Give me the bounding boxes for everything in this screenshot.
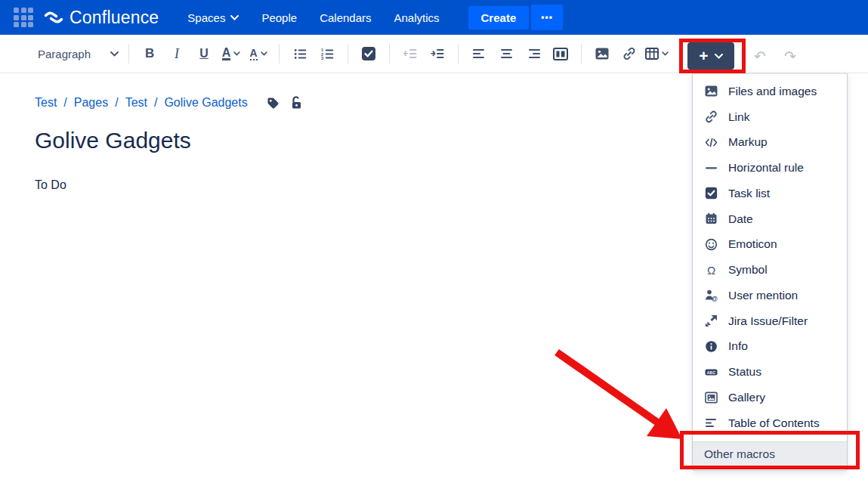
undo-icon: ↶ [754,48,766,65]
breadcrumb-link[interactable]: Golive Gadgets [164,96,247,110]
italic-button[interactable]: I [163,41,190,67]
emoticon-icon [705,238,718,251]
bold-button[interactable]: B [136,41,163,67]
menu-item-symbol[interactable]: Ω Symbol [693,257,847,283]
markup-icon [705,136,718,149]
menu-item-horizontal-rule[interactable]: Horizontal rule [693,155,847,181]
plus-icon: + [699,48,708,63]
numbered-list-button[interactable]: 123 [314,41,341,67]
confluence-editor-page: Confluence Spaces People Calendars Analy… [0,0,868,486]
paragraph-style-dropdown[interactable]: Paragraph [35,43,122,65]
align-left-icon [473,48,486,60]
redo-icon: ↷ [784,48,796,65]
menu-item-status[interactable]: ABC Status [693,359,847,385]
toolbar-divider [389,44,390,63]
nav-item-analytics[interactable]: Analytics [385,5,449,30]
chevron-down-icon [230,15,239,20]
table-icon [645,48,659,60]
page-layout-button[interactable] [547,41,574,67]
insert-image-button[interactable] [588,41,616,67]
svg-text:Ω: Ω [707,264,715,277]
menu-item-task-list[interactable]: Task list [693,181,847,206]
task-checkbox-icon [705,187,718,200]
chevron-down-icon [662,51,669,56]
logo-text: Confluence [70,8,159,28]
status-abc-icon: ABC [705,366,718,379]
chevron-down-icon [233,51,240,56]
menu-item-info[interactable]: Info [693,334,847,360]
info-icon [705,340,718,353]
top-nav: Spaces People Calendars Analytics [178,5,448,30]
align-right-icon [527,48,540,60]
nav-item-calendars[interactable]: Calendars [310,5,380,30]
outdent-button[interactable] [397,41,424,67]
insert-more-content-button[interactable]: + [687,42,734,70]
bullet-list-button[interactable] [286,41,314,67]
nav-item-people[interactable]: People [252,5,306,30]
menu-item-table-of-contents[interactable]: Table of Contents [693,410,847,436]
task-list-button[interactable] [355,41,382,67]
insert-table-button[interactable] [643,41,670,67]
nav-item-spaces[interactable]: Spaces [178,5,248,30]
svg-text:ABC: ABC [707,370,716,374]
toolbar-divider [581,44,582,63]
breadcrumb-link[interactable]: Test [35,96,57,110]
symbol-icon: Ω [705,264,718,277]
app-switcher-icon[interactable] [14,8,33,27]
task-checkbox-icon [361,46,376,61]
menu-item-other-macros[interactable]: Other macros [693,441,847,466]
chevron-down-icon [715,54,723,59]
svg-text:@: @ [712,295,718,302]
more-formatting-button[interactable]: A [245,41,272,67]
align-center-button[interactable] [493,41,520,67]
user-mention-icon: @ [705,289,718,302]
link-icon [622,47,636,60]
page-layout-icon [553,48,568,60]
image-icon [595,48,609,60]
jira-icon [705,314,718,327]
menu-item-date[interactable]: Date [693,206,847,232]
chevron-down-icon [110,51,119,57]
more-menu-button[interactable]: ••• [531,5,563,30]
chevron-down-icon [261,51,267,56]
svg-text:3: 3 [321,56,323,60]
bullet-list-icon [294,48,307,60]
confluence-logo[interactable]: Confluence [44,8,159,28]
indent-icon [431,48,444,60]
indent-button[interactable] [424,41,451,67]
menu-item-user-mention[interactable]: @ Jira Issue/Filter User mention [693,283,847,308]
redo-button[interactable]: ↷ [777,43,804,69]
horizontal-rule-icon [705,162,718,175]
link-icon [705,110,718,123]
toolbar-divider [348,44,348,63]
underline-button[interactable]: U [190,41,218,67]
menu-item-files-and-images[interactable]: Files and images [693,79,847,104]
align-left-button[interactable] [465,41,493,67]
align-center-icon [500,48,513,60]
insert-dropdown-menu: Files and images Link Markup Horizontal … [692,73,848,471]
undo-button[interactable]: ↶ [746,43,774,69]
gallery-icon [705,391,718,404]
editor-toolbar: Paragraph B I U A A 123 [0,35,868,73]
menu-item-jira-issue-filter[interactable]: Jira Issue/Filter [693,308,847,334]
confluence-logo-icon [44,9,63,26]
outdent-icon [403,48,417,60]
text-color-button[interactable]: A [218,41,245,67]
toolbar-divider [458,44,459,63]
create-button[interactable]: Create [468,6,530,29]
breadcrumb-link[interactable]: Pages [74,96,108,110]
labels-tag-icon[interactable] [267,97,280,110]
menu-item-emoticon[interactable]: Emoticon [693,232,847,258]
top-navigation-bar: Confluence Spaces People Calendars Analy… [0,0,868,35]
toolbar-divider [279,44,280,63]
unlocked-padlock-icon[interactable] [290,96,302,110]
calendar-icon [705,212,718,225]
menu-item-link[interactable]: Link [693,104,847,130]
numbered-list-icon: 123 [321,48,334,60]
align-right-button[interactable] [520,41,547,67]
breadcrumb-link[interactable]: Test [125,96,147,110]
toolbar-divider [128,44,129,63]
menu-item-markup[interactable]: Markup [693,130,847,156]
insert-link-button[interactable] [616,41,643,67]
menu-item-gallery[interactable]: Gallery [693,385,847,410]
